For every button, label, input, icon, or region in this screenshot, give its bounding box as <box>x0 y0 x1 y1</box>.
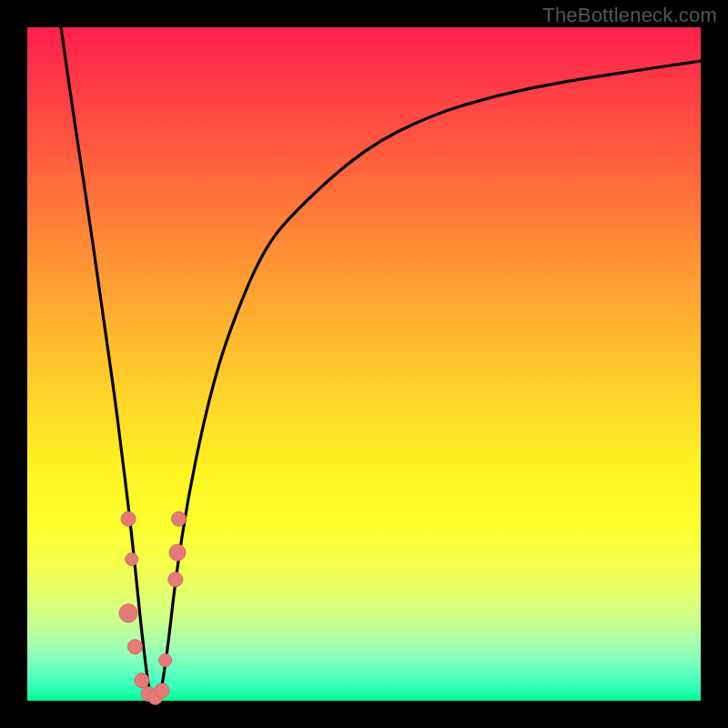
data-point <box>119 604 137 622</box>
curve-layer <box>61 27 701 700</box>
data-point <box>135 673 149 688</box>
data-point <box>126 553 138 566</box>
data-point <box>172 511 187 526</box>
dots-layer <box>119 511 187 704</box>
bottleneck-curve <box>61 27 701 700</box>
data-point <box>155 683 169 698</box>
overlay-svg <box>0 0 728 728</box>
data-point <box>169 544 186 561</box>
chart-frame: TheBottleneck.com <box>0 0 728 728</box>
data-point <box>127 640 142 654</box>
data-point <box>168 572 183 587</box>
data-point <box>159 654 172 667</box>
data-point <box>121 511 136 526</box>
